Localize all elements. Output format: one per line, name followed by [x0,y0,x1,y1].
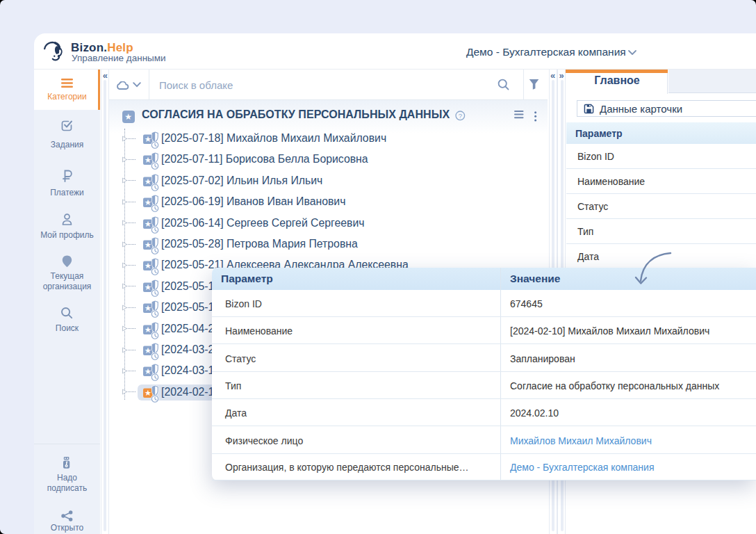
svg-text:★: ★ [145,283,151,291]
svg-text:?: ? [459,112,462,120]
svg-text:★: ★ [145,261,151,270]
svg-text:★: ★ [145,220,151,228]
svg-text:★: ★ [145,389,151,397]
svg-text:★: ★ [145,304,151,312]
svg-text:★: ★ [145,177,151,186]
svg-text:★: ★ [145,156,151,164]
svg-text:★: ★ [145,198,151,207]
svg-text:★: ★ [145,135,151,143]
svg-text:★: ★ [145,367,151,375]
svg-text:★: ★ [145,325,151,334]
svg-text:★: ★ [145,346,151,355]
svg-text:★: ★ [145,241,151,249]
